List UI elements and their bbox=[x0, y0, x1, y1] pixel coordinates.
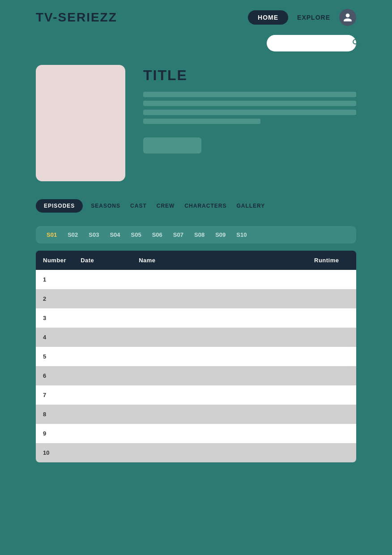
action-button[interactable] bbox=[143, 137, 201, 154]
tab-episodes[interactable]: EPISODES bbox=[36, 199, 83, 213]
table-body: 1 2 3 4 5 6 bbox=[36, 270, 356, 462]
table-row[interactable]: 6 bbox=[36, 366, 356, 385]
table-section: Number Date Name Runtime 1 2 3 4 bbox=[0, 251, 392, 480]
tab-crew[interactable]: CREW bbox=[155, 199, 177, 213]
table-row[interactable]: 1 bbox=[36, 270, 356, 289]
tab-characters[interactable]: CHARACTERS bbox=[183, 199, 228, 213]
cell-number: 4 bbox=[36, 328, 73, 347]
header: TV-SERIEZZ HOME EXPLORE bbox=[0, 0, 392, 35]
season-s07[interactable]: S07 bbox=[171, 231, 185, 239]
cell-name bbox=[132, 308, 307, 328]
cell-date bbox=[73, 443, 132, 462]
cell-runtime bbox=[307, 385, 356, 405]
tabs-section: EPISODES SEASONS CAST CREW CHARACTERS GA… bbox=[0, 195, 392, 222]
cell-name bbox=[132, 405, 307, 424]
description-line-3 bbox=[143, 110, 356, 115]
tab-seasons[interactable]: SEASONS bbox=[89, 199, 122, 213]
cell-runtime bbox=[307, 443, 356, 462]
season-s10[interactable]: S10 bbox=[234, 231, 248, 239]
logo: TV-SERIEZZ bbox=[36, 10, 248, 25]
cell-number: 8 bbox=[36, 405, 73, 424]
cell-number: 3 bbox=[36, 308, 73, 328]
cell-name bbox=[132, 366, 307, 385]
cell-date bbox=[73, 424, 132, 443]
cell-date bbox=[73, 405, 132, 424]
cell-runtime bbox=[307, 328, 356, 347]
cell-name bbox=[132, 424, 307, 443]
table-row[interactable]: 8 bbox=[36, 405, 356, 424]
cell-date bbox=[73, 366, 132, 385]
table-row[interactable]: 5 bbox=[36, 347, 356, 366]
table-row[interactable]: 7 bbox=[36, 385, 356, 405]
cell-name bbox=[132, 270, 307, 289]
cell-name bbox=[132, 347, 307, 366]
cell-name bbox=[132, 289, 307, 308]
cell-number: 7 bbox=[36, 385, 73, 405]
season-s02[interactable]: S02 bbox=[66, 231, 80, 239]
cell-runtime bbox=[307, 270, 356, 289]
table-row[interactable]: 2 bbox=[36, 289, 356, 308]
cell-runtime bbox=[307, 308, 356, 328]
season-s09[interactable]: S09 bbox=[213, 231, 227, 239]
table-row[interactable]: 4 bbox=[36, 328, 356, 347]
col-number: Number bbox=[36, 251, 73, 270]
table-row[interactable]: 3 bbox=[36, 308, 356, 328]
cell-number: 2 bbox=[36, 289, 73, 308]
show-title: TITLE bbox=[143, 67, 356, 84]
cell-runtime bbox=[307, 424, 356, 443]
tab-cast[interactable]: CAST bbox=[128, 199, 149, 213]
cell-number: 6 bbox=[36, 366, 73, 385]
cell-date bbox=[73, 308, 132, 328]
cell-date bbox=[73, 385, 132, 405]
user-account-button[interactable] bbox=[339, 9, 356, 26]
cell-number: 9 bbox=[36, 424, 73, 443]
cell-runtime bbox=[307, 347, 356, 366]
cell-name bbox=[132, 443, 307, 462]
description-line-2 bbox=[143, 101, 356, 106]
cell-date bbox=[73, 347, 132, 366]
search-input[interactable] bbox=[273, 40, 351, 47]
season-s06[interactable]: S06 bbox=[150, 231, 164, 239]
show-poster bbox=[36, 65, 125, 181]
season-s04[interactable]: S04 bbox=[108, 231, 122, 239]
col-name: Name bbox=[132, 251, 307, 270]
cell-number: 10 bbox=[36, 443, 73, 462]
cell-name bbox=[132, 328, 307, 347]
col-runtime: Runtime bbox=[307, 251, 356, 270]
tabs-bar: EPISODES SEASONS CAST CREW CHARACTERS GA… bbox=[36, 199, 356, 213]
cell-name bbox=[132, 385, 307, 405]
tab-gallery[interactable]: GALLERY bbox=[234, 199, 267, 213]
content-area: TITLE bbox=[0, 60, 392, 195]
season-s05[interactable]: S05 bbox=[129, 231, 143, 239]
cell-number: 1 bbox=[36, 270, 73, 289]
avatar bbox=[339, 9, 356, 26]
search-container bbox=[0, 35, 392, 60]
explore-button[interactable]: EXPLORE bbox=[297, 14, 330, 21]
table-row[interactable]: 10 bbox=[36, 443, 356, 462]
description-line-1 bbox=[143, 92, 356, 97]
season-bar: S01 S02 S03 S04 S05 S06 S07 S08 S09 S10 bbox=[36, 226, 356, 243]
search-icon[interactable] bbox=[351, 38, 360, 49]
table-header: Number Date Name Runtime bbox=[36, 251, 356, 270]
cell-runtime bbox=[307, 366, 356, 385]
search-box bbox=[267, 35, 356, 51]
season-s08[interactable]: S08 bbox=[192, 231, 206, 239]
home-button[interactable]: HOME bbox=[248, 10, 288, 25]
description-line-4 bbox=[143, 119, 260, 124]
col-date: Date bbox=[73, 251, 132, 270]
cell-date bbox=[73, 328, 132, 347]
cell-date bbox=[73, 270, 132, 289]
season-section: S01 S02 S03 S04 S05 S06 S07 S08 S09 S10 bbox=[0, 222, 392, 251]
episodes-table: Number Date Name Runtime 1 2 3 4 bbox=[36, 251, 356, 462]
season-s03[interactable]: S03 bbox=[87, 231, 101, 239]
season-s01[interactable]: S01 bbox=[45, 231, 59, 239]
main-nav: HOME EXPLORE bbox=[248, 9, 356, 26]
cell-number: 5 bbox=[36, 347, 73, 366]
table-row[interactable]: 9 bbox=[36, 424, 356, 443]
cell-runtime bbox=[307, 405, 356, 424]
cell-date bbox=[73, 289, 132, 308]
cell-runtime bbox=[307, 289, 356, 308]
show-details: TITLE bbox=[143, 65, 356, 181]
